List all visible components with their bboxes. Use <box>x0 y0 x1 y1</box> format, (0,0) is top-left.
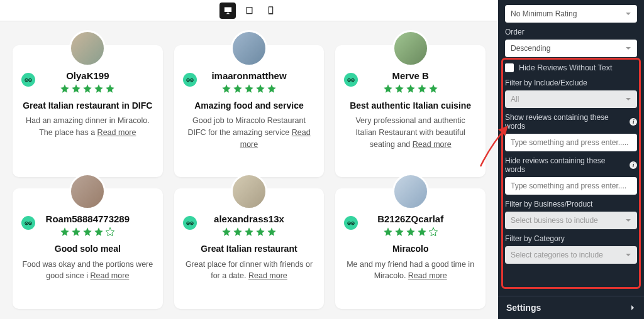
show-words-input[interactable] <box>505 134 637 151</box>
svg-point-2 <box>26 80 27 81</box>
review-card: alexandrass13x Great Italian restaurant … <box>174 188 325 309</box>
tripadvisor-icon <box>183 73 197 87</box>
svg-point-10 <box>349 80 350 81</box>
avatar <box>392 173 429 210</box>
review-text: Great place for dinner with friends or f… <box>183 259 316 283</box>
review-title: Great Italian restaurant in DIFC <box>21 100 154 111</box>
review-card: Merve B Best authentic Italian cuisine V… <box>335 45 486 177</box>
reviewer-name: Roam58884773289 <box>21 214 154 224</box>
chevron-down-icon <box>625 11 631 17</box>
svg-point-22 <box>349 223 350 224</box>
review-card: B2126ZQcarlaf Miracolo Me and my friend … <box>335 188 486 309</box>
reviewer-name: B2126ZQcarlaf <box>344 214 477 224</box>
hide-words-input[interactable] <box>505 177 637 195</box>
review-card: Roam58884773289 Good solo meal Food was … <box>13 188 163 309</box>
device-mobile-button[interactable] <box>262 3 279 19</box>
star-rating <box>344 84 477 94</box>
device-tablet-button[interactable] <box>241 3 257 19</box>
review-text: Good job to Miracolo Restaurant DIFC for… <box>183 115 316 150</box>
reviewer-name: Merve B <box>344 70 477 81</box>
hide-without-text-label: Hide Reviews Without Text <box>519 63 612 72</box>
info-icon: i <box>630 161 637 169</box>
chevron-down-icon <box>625 45 631 51</box>
svg-point-3 <box>30 80 31 81</box>
svg-point-14 <box>26 223 27 224</box>
avatar <box>69 173 106 210</box>
review-title: Great Italian restaurant <box>183 243 316 254</box>
read-more-link[interactable]: Read more <box>240 128 311 149</box>
order-select[interactable]: Descending <box>505 40 637 57</box>
svg-point-23 <box>352 223 353 224</box>
review-text: Food was okay and the portions were good… <box>21 259 154 283</box>
device-toolbar <box>0 0 498 21</box>
filter-category-select[interactable]: Select categories to include <box>505 246 637 264</box>
hide-words-label: Hide reviews containing these words i <box>505 156 637 174</box>
review-card: imaaronmatthew Amazing food and service … <box>174 45 325 177</box>
show-words-label: Show reviews containing these words i <box>505 113 637 131</box>
review-text: Me and my friend had a good time in Mira… <box>344 259 477 283</box>
svg-point-6 <box>187 80 189 81</box>
reviewer-name: alexandrass13x <box>183 214 316 224</box>
avatar <box>69 30 106 67</box>
star-rating <box>183 84 316 94</box>
read-more-link[interactable]: Read more <box>408 271 447 280</box>
reviewer-name: OlyaK199 <box>21 70 154 81</box>
star-rating <box>183 227 316 237</box>
read-more-link[interactable]: Read more <box>248 271 287 280</box>
svg-point-11 <box>352 80 353 81</box>
chevron-right-icon <box>630 305 636 311</box>
chevron-down-icon <box>625 217 631 224</box>
settings-section[interactable]: Settings <box>498 296 644 319</box>
svg-point-19 <box>191 223 192 224</box>
settings-panel: No Minimum Rating Order Descending Hide … <box>498 0 644 319</box>
avatar <box>392 30 429 67</box>
filter-include-label: Filter by Include/Exclude <box>505 78 637 87</box>
review-card: OlyaK199 Great Italian restaurant in DIF… <box>13 45 163 177</box>
min-rating-value: No Minimum Rating <box>511 9 577 18</box>
main-preview: OlyaK199 Great Italian restaurant in DIF… <box>0 0 498 319</box>
filter-include-value: All <box>511 95 519 104</box>
review-title: Miracolo <box>344 243 477 254</box>
hide-without-text-checkbox[interactable] <box>505 63 514 72</box>
chevron-down-icon <box>625 96 631 102</box>
hide-words-label-text: Hide reviews containing these words <box>505 156 627 174</box>
reviews-grid: OlyaK199 Great Italian restaurant in DIF… <box>0 21 498 319</box>
info-icon: i <box>630 118 637 126</box>
order-value: Descending <box>511 44 550 53</box>
review-text: Had an amazing dinner in Miracolo. The p… <box>21 115 154 139</box>
reviewer-name: imaaronmatthew <box>183 70 316 81</box>
review-title: Good solo meal <box>21 243 154 254</box>
read-more-link[interactable]: Read more <box>413 140 452 149</box>
device-desktop-button[interactable] <box>219 3 236 19</box>
filter-category-placeholder: Select categories to include <box>511 251 603 259</box>
star-rating <box>21 227 154 237</box>
star-rating <box>21 84 154 94</box>
filter-business-label: Filter by Business/Product <box>505 200 637 208</box>
min-rating-select[interactable]: No Minimum Rating <box>505 5 637 23</box>
star-rating <box>344 227 477 237</box>
order-label: Order <box>505 28 637 36</box>
read-more-link[interactable]: Read more <box>97 128 136 137</box>
review-title: Best authentic Italian cuisine <box>344 100 477 111</box>
tripadvisor-icon <box>183 216 197 230</box>
filter-include-select[interactable]: All <box>505 90 637 108</box>
settings-label: Settings <box>506 303 541 313</box>
chevron-down-icon <box>625 252 631 258</box>
avatar <box>231 173 267 210</box>
tripadvisor-icon <box>21 73 35 87</box>
avatar <box>231 30 267 67</box>
review-title: Amazing food and service <box>183 100 316 111</box>
show-words-label-text: Show reviews containing these words <box>505 113 627 131</box>
svg-point-7 <box>191 80 192 81</box>
filter-business-placeholder: Select business to include <box>511 216 598 225</box>
review-text: Very professional and authentic Italian … <box>344 115 477 150</box>
svg-point-18 <box>187 223 189 224</box>
read-more-link[interactable]: Read more <box>91 271 130 280</box>
svg-point-15 <box>30 223 31 224</box>
filter-category-label: Filter by Category <box>505 234 637 243</box>
filter-business-select[interactable]: Select business to include <box>505 212 637 229</box>
